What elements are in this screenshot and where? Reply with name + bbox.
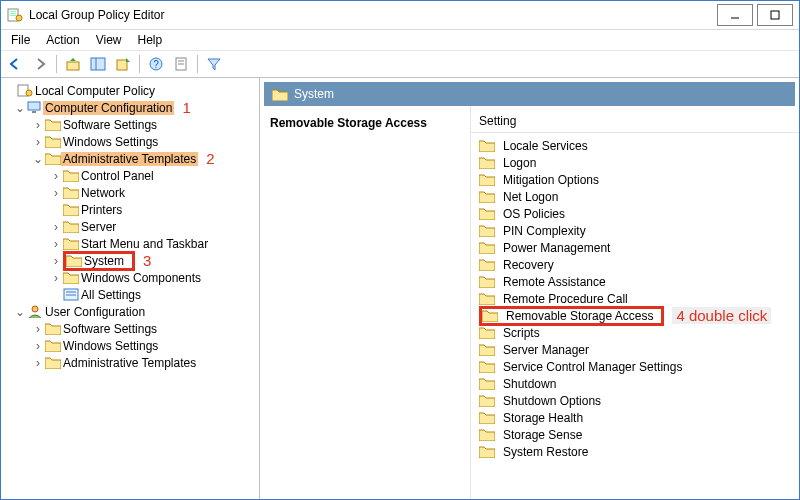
list-item[interactable]: Scripts xyxy=(471,324,799,341)
tree-system[interactable]: ›System3 xyxy=(1,252,259,269)
folder-icon xyxy=(479,394,495,407)
selected-title: Removable Storage Access xyxy=(270,116,460,130)
list-item[interactable]: Remote Assistance xyxy=(471,273,799,290)
chevron-right-icon[interactable]: › xyxy=(49,255,63,267)
chevron-down-icon[interactable]: ⌄ xyxy=(31,153,45,165)
list-item[interactable]: Remote Procedure Call xyxy=(471,290,799,307)
tree-user-config[interactable]: ⌄User Configuration xyxy=(1,303,259,320)
maximize-button[interactable] xyxy=(757,4,793,26)
anno-2: 2 xyxy=(206,150,214,167)
help-button[interactable]: ? xyxy=(144,52,168,76)
svg-rect-18 xyxy=(28,102,40,110)
tree-all-settings[interactable]: All Settings xyxy=(1,286,259,303)
col-setting[interactable]: Setting xyxy=(471,112,799,133)
svg-rect-7 xyxy=(67,62,79,70)
menu-help[interactable]: Help xyxy=(130,31,171,49)
svg-rect-19 xyxy=(32,111,36,113)
policy-icon xyxy=(17,84,33,97)
folder-icon xyxy=(45,152,61,165)
chevron-right-icon[interactable]: › xyxy=(31,136,45,148)
folder-icon xyxy=(479,326,495,339)
chevron-right-icon[interactable]: › xyxy=(31,357,45,369)
menu-file[interactable]: File xyxy=(3,31,38,49)
folder-icon xyxy=(63,220,79,233)
list-item[interactable]: Recovery xyxy=(471,256,799,273)
list-item[interactable]: System Restore xyxy=(471,443,799,460)
list-item[interactable]: Locale Services xyxy=(471,137,799,154)
chevron-right-icon[interactable]: › xyxy=(31,119,45,131)
content-pane: System Removable Storage Access Setting … xyxy=(260,78,799,500)
folder-icon xyxy=(479,156,495,169)
path-label: System xyxy=(294,87,334,101)
filter-button[interactable] xyxy=(202,52,226,76)
tree-root[interactable]: Local Computer Policy xyxy=(1,82,259,99)
chevron-down-icon[interactable]: ⌄ xyxy=(13,306,27,318)
titlebar: Local Group Policy Editor xyxy=(1,1,799,30)
tree-pane[interactable]: Local Computer Policy ⌄Computer Configur… xyxy=(1,78,260,500)
folder-icon xyxy=(479,428,495,441)
list-item[interactable]: Storage Sense xyxy=(471,426,799,443)
properties-button[interactable] xyxy=(169,52,193,76)
folder-icon xyxy=(63,186,79,199)
list-item[interactable]: Power Management xyxy=(471,239,799,256)
list-pane[interactable]: Setting Locale ServicesLogonMitigation O… xyxy=(471,106,799,500)
list-item[interactable]: Net Logon xyxy=(471,188,799,205)
list-item[interactable]: Shutdown xyxy=(471,375,799,392)
folder-icon xyxy=(479,207,495,220)
anno-3: 3 xyxy=(143,252,151,269)
export-button[interactable] xyxy=(111,52,135,76)
up-button[interactable] xyxy=(61,52,85,76)
menu-view[interactable]: View xyxy=(88,31,130,49)
tree-control-panel[interactable]: ›Control Panel xyxy=(1,167,259,184)
folder-icon xyxy=(63,169,79,182)
show-hide-tree-button[interactable] xyxy=(86,52,110,76)
chevron-right-icon[interactable]: › xyxy=(49,221,63,233)
svg-rect-10 xyxy=(117,60,127,70)
minimize-button[interactable] xyxy=(717,4,753,26)
chevron-right-icon[interactable]: › xyxy=(49,187,63,199)
chevron-right-icon[interactable]: › xyxy=(49,170,63,182)
tree-admin-templates[interactable]: ⌄Administrative Templates2 xyxy=(1,150,259,167)
tree-u-admin[interactable]: ›Administrative Templates xyxy=(1,354,259,371)
window-root: Local Group Policy Editor File Action Vi… xyxy=(0,0,800,500)
chevron-right-icon[interactable]: › xyxy=(31,323,45,335)
chevron-right-icon[interactable]: › xyxy=(49,272,63,284)
list-item[interactable]: PIN Complexity xyxy=(471,222,799,239)
list-item[interactable]: Shutdown Options xyxy=(471,392,799,409)
folder-icon xyxy=(479,445,495,458)
list-item[interactable]: Removable Storage Access4 double click xyxy=(471,307,799,324)
list-item[interactable]: Logon xyxy=(471,154,799,171)
tree-windows-settings[interactable]: ›Windows Settings xyxy=(1,133,259,150)
list-item[interactable]: Mitigation Options xyxy=(471,171,799,188)
chevron-right-icon[interactable]: › xyxy=(49,238,63,250)
tree-network[interactable]: ›Network xyxy=(1,184,259,201)
gpedit-icon xyxy=(7,7,23,23)
folder-icon xyxy=(479,173,495,186)
toolbar-sep xyxy=(197,55,198,73)
folder-icon xyxy=(479,241,495,254)
tree-printers[interactable]: Printers xyxy=(1,201,259,218)
folder-icon xyxy=(479,360,495,373)
folder-icon xyxy=(63,237,79,250)
list-item[interactable]: Storage Health xyxy=(471,409,799,426)
tree-computer-config[interactable]: ⌄Computer Configuration1 xyxy=(1,99,259,116)
svg-text:?: ? xyxy=(153,59,159,70)
tree-start-menu[interactable]: ›Start Menu and Taskbar xyxy=(1,235,259,252)
svg-rect-3 xyxy=(10,15,16,16)
menu-action[interactable]: Action xyxy=(38,31,87,49)
tree-u-software[interactable]: ›Software Settings xyxy=(1,320,259,337)
chevron-down-icon[interactable]: ⌄ xyxy=(13,102,27,114)
tree-software-settings[interactable]: ›Software Settings xyxy=(1,116,259,133)
list-item[interactable]: Server Manager xyxy=(471,341,799,358)
back-button[interactable] xyxy=(3,52,27,76)
list-item[interactable]: OS Policies xyxy=(471,205,799,222)
list-item[interactable]: Service Control Manager Settings xyxy=(471,358,799,375)
forward-button[interactable] xyxy=(28,52,52,76)
user-icon xyxy=(27,305,43,318)
chevron-right-icon[interactable]: › xyxy=(31,340,45,352)
folder-icon xyxy=(66,254,82,267)
tree-u-windows[interactable]: ›Windows Settings xyxy=(1,337,259,354)
tree-server[interactable]: ›Server xyxy=(1,218,259,235)
tree-win-components[interactable]: ›Windows Components xyxy=(1,269,259,286)
toolbar-sep xyxy=(56,55,57,73)
